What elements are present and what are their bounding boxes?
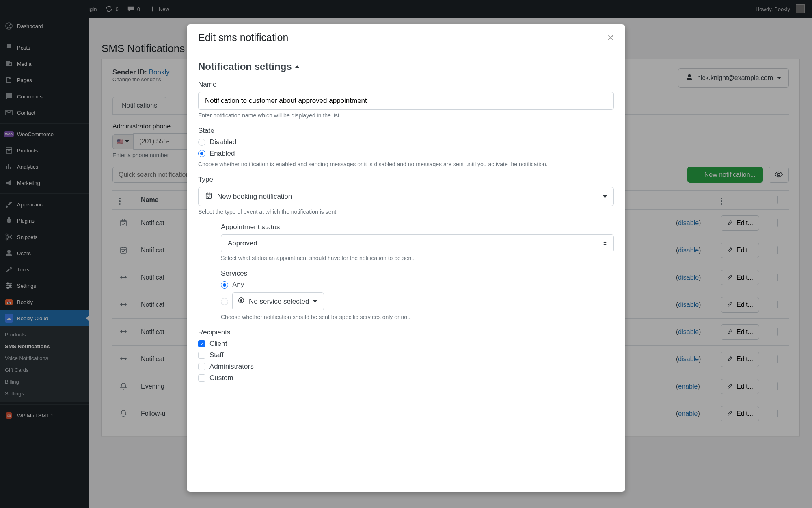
checkbox-icon <box>198 374 205 382</box>
checkbox-icon: ✓ <box>198 340 205 347</box>
caret-down-icon <box>603 195 607 198</box>
radio-icon <box>221 281 228 289</box>
recipient-admin-checkbox[interactable]: Administrators <box>198 363 614 371</box>
svg-rect-15 <box>206 193 212 199</box>
calendar-check-icon <box>205 192 212 201</box>
modal-close-button[interactable]: × <box>607 32 614 43</box>
notification-name-input[interactable] <box>198 92 614 110</box>
select-arrows-icon <box>603 241 607 245</box>
settings-section-toggle[interactable]: Notification settings <box>198 61 614 72</box>
target-icon <box>238 297 245 306</box>
modal-title: Edit sms notification <box>198 32 288 43</box>
type-label: Type <box>198 176 614 184</box>
services-any-radio[interactable]: Any <box>221 281 614 289</box>
type-help: Select the type of event at which the no… <box>198 208 614 215</box>
radio-icon <box>198 139 205 146</box>
recipient-custom-checkbox[interactable]: Custom <box>198 374 614 382</box>
radio-icon <box>198 150 205 157</box>
name-help: Enter notification name which will be di… <box>198 112 614 119</box>
name-label: Name <box>198 80 614 89</box>
caret-up-icon <box>295 65 299 68</box>
appt-status-label: Appointment status <box>221 223 614 231</box>
recipient-staff-checkbox[interactable]: Staff <box>198 351 614 359</box>
type-select[interactable]: New booking notification <box>198 187 614 206</box>
recipients-label: Recipients <box>198 328 614 336</box>
appt-status-help: Select what status an appointment should… <box>221 255 614 261</box>
state-disabled-radio[interactable]: Disabled <box>198 138 614 146</box>
state-help: Choose whether notification is enabled a… <box>198 161 614 167</box>
checkbox-icon <box>198 363 205 370</box>
edit-notification-modal: Edit sms notification × Notification set… <box>187 24 625 492</box>
services-dropdown[interactable]: No service selected <box>232 292 324 310</box>
state-label: State <box>198 127 614 135</box>
checkbox-icon <box>198 352 205 359</box>
svg-point-17 <box>240 300 242 302</box>
recipient-client-checkbox[interactable]: ✓Client <box>198 340 614 348</box>
appt-status-select[interactable]: Approved <box>221 234 614 252</box>
services-help: Choose whether notification should be se… <box>221 314 614 320</box>
modal-backdrop[interactable]: Edit sms notification × Notification set… <box>0 0 812 508</box>
services-label: Services <box>221 269 614 278</box>
state-enabled-radio[interactable]: Enabled <box>198 150 614 158</box>
caret-down-icon <box>313 300 317 303</box>
services-specific-radio[interactable] <box>221 298 228 305</box>
